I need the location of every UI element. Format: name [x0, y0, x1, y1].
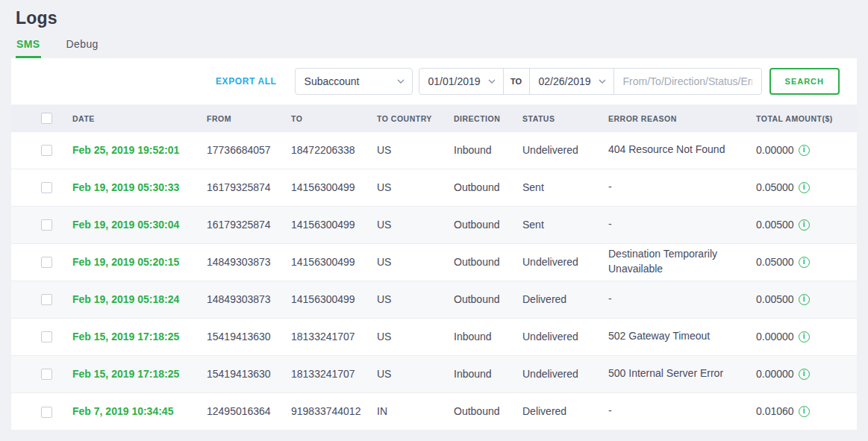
info-icon[interactable]: i	[799, 369, 810, 380]
log-date-link[interactable]: Feb 19, 2019 05:30:04	[72, 206, 207, 243]
log-date-link[interactable]: Feb 15, 2019 17:18:25	[72, 355, 207, 392]
log-direction: Outbound	[454, 169, 522, 206]
table-row: Feb 19, 2019 05:20:15 14849303873 141563…	[11, 243, 857, 281]
col-header-error-reason: ERROR REASON	[608, 106, 756, 131]
log-from: 15419413630	[207, 318, 291, 355]
log-to-country: US	[377, 281, 454, 318]
log-date-link[interactable]: Feb 7, 2019 10:34:45	[72, 392, 207, 430]
tab-bar: SMS Debug	[0, 28, 868, 58]
log-to-country: IN	[377, 392, 454, 430]
log-date-link[interactable]: Feb 19, 2019 05:18:24	[72, 281, 207, 318]
date-to-value: 02/26/2019	[539, 75, 591, 87]
log-to-country: US	[377, 169, 454, 206]
row-checkbox[interactable]	[41, 145, 52, 156]
log-direction: Outbound	[454, 243, 522, 281]
log-to: 18133241707	[291, 318, 377, 355]
subaccount-select[interactable]: Subaccount	[295, 68, 413, 95]
search-button[interactable]: SEARCH	[769, 68, 840, 95]
log-date-link[interactable]: Feb 19, 2019 05:20:15	[72, 243, 207, 281]
tab-debug[interactable]: Debug	[66, 38, 99, 58]
table-row: Feb 7, 2019 10:34:45 12495016364 9198337…	[11, 392, 857, 430]
info-icon[interactable]: i	[799, 294, 810, 305]
log-error-reason: -	[608, 392, 756, 430]
log-date-link[interactable]: Feb 25, 2019 19:52:01	[72, 131, 207, 169]
log-to-country: US	[377, 131, 454, 169]
col-header-to: TO	[291, 106, 377, 131]
col-header-status: STATUS	[522, 106, 608, 131]
search-input[interactable]	[613, 69, 761, 94]
info-icon[interactable]: i	[799, 331, 810, 343]
log-status: Undelivered	[522, 318, 608, 355]
col-header-to-country: TO COUNTRY	[377, 106, 454, 131]
log-error-reason: 404 Resource Not Found	[608, 131, 756, 169]
log-status: Delivered	[522, 392, 608, 430]
info-icon[interactable]: i	[799, 182, 810, 193]
log-to: 14156300499	[291, 206, 377, 243]
table-header-row: DATE FROM TO TO COUNTRY DIRECTION STATUS…	[11, 106, 857, 131]
page-title: Logs	[0, 0, 868, 28]
row-checkbox[interactable]	[41, 407, 52, 418]
col-header-from: FROM	[207, 106, 291, 131]
row-checkbox[interactable]	[41, 369, 52, 380]
log-total-amount: 0.05000	[756, 256, 794, 268]
chevron-down-icon	[397, 79, 405, 84]
row-checkbox[interactable]	[41, 294, 52, 305]
log-total-amount: 0.01060	[756, 405, 794, 417]
row-checkbox[interactable]	[41, 219, 52, 231]
log-direction: Outbound	[454, 392, 522, 430]
chevron-down-icon	[599, 79, 606, 84]
date-range-to-label: TO	[503, 69, 530, 94]
table-row: Feb 19, 2019 05:30:33 16179325874 141563…	[11, 169, 857, 206]
log-error-reason: -	[608, 206, 756, 243]
log-from: 16179325874	[207, 169, 291, 206]
table-row: Feb 15, 2019 17:18:25 15419413630 181332…	[11, 355, 857, 392]
log-error-reason: -	[608, 169, 756, 206]
log-status: Undelivered	[522, 131, 608, 169]
tab-sms[interactable]: SMS	[16, 38, 41, 58]
log-to: 18472206338	[291, 131, 377, 169]
col-header-total-amount: TOTAL AMOUNT($)	[756, 106, 857, 131]
log-to: 14156300499	[291, 281, 377, 318]
log-direction: Inbound	[454, 355, 522, 392]
log-status: Delivered	[522, 281, 608, 318]
info-icon[interactable]: i	[799, 406, 810, 417]
log-total-amount: 0.00000	[756, 331, 794, 343]
log-from: 15419413630	[207, 355, 291, 392]
row-checkbox[interactable]	[41, 331, 52, 343]
date-from-select[interactable]: 01/01/2019	[419, 69, 503, 94]
log-total-amount: 0.00000	[756, 144, 794, 156]
log-table-body: Feb 25, 2019 19:52:01 17736684057 184722…	[11, 131, 857, 430]
log-to: 18133241707	[291, 355, 377, 392]
table-row: Feb 15, 2019 17:18:25 15419413630 181332…	[11, 318, 857, 355]
table-row: Feb 25, 2019 19:52:01 17736684057 184722…	[11, 131, 857, 169]
col-header-direction: DIRECTION	[454, 106, 522, 131]
log-from: 14849303873	[207, 243, 291, 281]
log-to-country: US	[377, 243, 454, 281]
info-icon[interactable]: i	[799, 219, 810, 231]
table-row: Feb 19, 2019 05:18:24 14849303873 141563…	[11, 281, 857, 318]
log-from: 16179325874	[207, 206, 291, 243]
log-date-link[interactable]: Feb 15, 2019 17:18:25	[72, 318, 207, 355]
row-checkbox[interactable]	[41, 257, 52, 268]
log-status: Undelivered	[522, 355, 608, 392]
filter-bar: EXPORT ALL Subaccount 01/01/2019 TO 02/2…	[11, 58, 857, 106]
log-error-reason: 502 Gateway Timeout	[608, 318, 756, 355]
log-direction: Inbound	[454, 318, 522, 355]
export-all-link[interactable]: EXPORT ALL	[216, 76, 277, 87]
log-total-amount: 0.05000	[756, 181, 794, 193]
date-to-select[interactable]: 02/26/2019	[530, 69, 613, 94]
logs-table: DATE FROM TO TO COUNTRY DIRECTION STATUS…	[11, 106, 857, 430]
log-error-reason: -	[608, 281, 756, 318]
log-to-country: US	[377, 206, 454, 243]
log-error-reason: 500 Internal Server Error	[608, 355, 756, 392]
info-icon[interactable]: i	[799, 257, 810, 268]
log-date-link[interactable]: Feb 19, 2019 05:30:33	[72, 169, 207, 206]
chevron-down-icon	[488, 79, 496, 84]
log-status: Undelivered	[522, 243, 608, 281]
log-error-reason: Destination Temporarily Unavailable	[608, 243, 756, 281]
select-all-checkbox[interactable]	[41, 113, 52, 124]
log-status: Sent	[522, 206, 608, 243]
date-range-and-search-group: 01/01/2019 TO 02/26/2019	[419, 68, 762, 95]
row-checkbox[interactable]	[41, 182, 52, 193]
info-icon[interactable]: i	[799, 145, 810, 156]
